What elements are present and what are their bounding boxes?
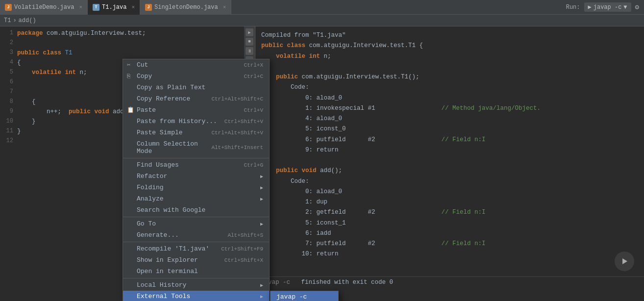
menu-external-tools-arrow: ▶ [260,294,263,300]
copy-icon: ⎘ [127,73,130,80]
menu-generate-shortcut: Alt+Shift+S [227,232,263,238]
menu-find-label: Find Usages [137,161,239,169]
menu-item-cut[interactable]: ✂ Cut Ctrl+X [123,59,269,71]
menu-copy-label: Copy [137,73,239,80]
menu-item-generate[interactable]: Generate... Alt+Shift+S [123,229,269,241]
submenu-javap-c-label: javap -c [276,293,307,301]
menu-recompile-shortcut: Ctrl+Shift+F9 [221,246,263,252]
menu-item-find-usages[interactable]: Find Usages Ctrl+G [123,159,269,171]
menu-item-copy-plain[interactable]: Copy as Plain Text [123,82,269,93]
menu-item-local-history[interactable]: Local History ▶ [123,279,269,291]
menu-separator-4 [123,278,269,278]
menu-copy-ref-label: Copy Reference [137,95,206,102]
menu-folding-arrow: ▶ [260,185,263,191]
menu-item-search-google[interactable]: Search with Google [123,204,269,216]
menu-copy-plain-label: Copy as Plain Text [137,84,263,91]
menu-column-shortcut: Alt+Shift+Insert [211,145,263,150]
context-menu[interactable]: ✂ Cut Ctrl+X ⎘ Copy Ctrl+C Copy as Plain… [123,59,270,301]
menu-item-external-tools[interactable]: External Tools ▶ javap -c javap -verbose [123,291,269,301]
menu-explorer-shortcut: Ctrl+Shift+X [224,257,263,263]
menu-refactor-arrow: ▶ [260,174,263,179]
menu-paste-label: Paste [137,106,239,114]
menu-goto-arrow: ▶ [260,221,263,227]
menu-find-shortcut: Ctrl+G [244,162,263,168]
menu-copy-shortcut: Ctrl+C [244,74,263,79]
menu-search-label: Search with Google [137,206,263,214]
menu-refactor-label: Refactor [137,173,258,180]
menu-paste-simple-shortcut: Ctrl+Alt+Shift+V [211,130,263,136]
menu-item-refactor[interactable]: Refactor ▶ [123,171,269,182]
menu-separator-3 [123,242,269,242]
context-menu-overlay[interactable]: ✂ Cut Ctrl+X ⎘ Copy Ctrl+C Copy as Plain… [0,0,644,301]
menu-recompile-label: Recompile 'T1.java' [137,245,216,252]
menu-item-folding[interactable]: Folding ▶ [123,182,269,193]
menu-item-recompile[interactable]: Recompile 'T1.java' Ctrl+Shift+F9 [123,243,269,254]
menu-local-history-arrow: ▶ [260,282,263,288]
menu-analyze-arrow: ▶ [260,196,263,202]
menu-external-tools-label: External Tools [137,293,258,300]
menu-copy-ref-shortcut: Ctrl+Alt+Shift+C [211,96,263,102]
menu-column-label: Column Selection Mode [137,140,206,155]
external-tools-submenu[interactable]: javap -c javap -verbose [270,291,339,301]
menu-generate-label: Generate... [137,231,223,239]
menu-item-goto[interactable]: Go To ▶ [123,218,269,229]
menu-item-column-select[interactable]: Column Selection Mode Alt+Shift+Insert [123,138,269,157]
menu-paste-simple-label: Paste Simple [137,129,206,136]
submenu-item-javap-c[interactable]: javap -c [271,291,338,301]
cut-icon: ✂ [127,61,130,69]
menu-item-paste[interactable]: 📋 Paste Ctrl+V [123,104,269,116]
menu-item-copy[interactable]: ⎘ Copy Ctrl+C [123,71,269,82]
menu-item-copy-ref[interactable]: Copy Reference Ctrl+Alt+Shift+C [123,93,269,104]
menu-item-show-explorer[interactable]: Show in Explorer Ctrl+Shift+X [123,254,269,266]
menu-paste-shortcut: Ctrl+V [244,107,263,113]
menu-paste-history-shortcut: Ctrl+Shift+V [224,119,263,125]
menu-goto-label: Go To [137,220,258,227]
menu-folding-label: Folding [137,184,258,191]
menu-separator-1 [123,158,269,158]
menu-terminal-label: Open in terminal [137,268,263,275]
menu-cut-shortcut: Ctrl+X [244,62,263,68]
menu-item-analyze[interactable]: Analyze ▶ [123,193,269,204]
menu-item-paste-history[interactable]: Paste from History... Ctrl+Shift+V [123,116,269,127]
menu-cut-label: Cut [137,61,239,69]
menu-item-paste-simple[interactable]: Paste Simple Ctrl+Alt+Shift+V [123,127,269,138]
menu-item-open-terminal[interactable]: Open in terminal [123,266,269,277]
menu-paste-history-label: Paste from History... [137,118,220,125]
menu-analyze-label: Analyze [137,195,258,202]
paste-icon: 📋 [127,106,134,114]
menu-explorer-label: Show in Explorer [137,256,220,264]
menu-separator-2 [123,217,269,217]
menu-local-history-label: Local History [137,281,258,289]
